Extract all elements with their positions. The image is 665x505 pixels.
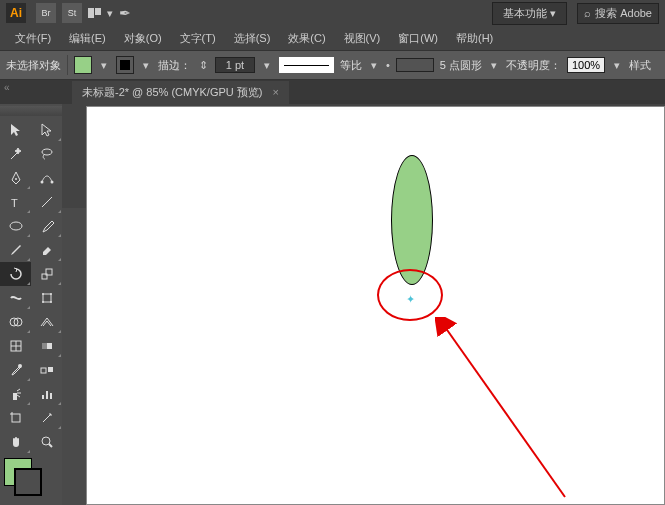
bullet-icon: • bbox=[386, 59, 390, 71]
svg-rect-23 bbox=[48, 367, 53, 372]
stroke-profile-preview[interactable] bbox=[279, 57, 334, 73]
stroke-color-icon[interactable] bbox=[14, 468, 42, 496]
menu-type[interactable]: 文字(T) bbox=[171, 28, 225, 49]
width-tool[interactable] bbox=[0, 286, 31, 310]
svg-point-0 bbox=[42, 149, 52, 155]
menu-file[interactable]: 文件(F) bbox=[6, 28, 60, 49]
scale-tool[interactable] bbox=[31, 262, 62, 286]
curvature-tool[interactable] bbox=[31, 166, 62, 190]
line-tool[interactable] bbox=[31, 190, 62, 214]
svg-line-33 bbox=[445, 327, 565, 497]
color-picker[interactable] bbox=[0, 454, 62, 498]
menu-select[interactable]: 选择(S) bbox=[225, 28, 280, 49]
close-tab-icon[interactable]: × bbox=[272, 86, 278, 98]
svg-rect-24 bbox=[13, 393, 17, 400]
stroke-weight-dropdown-icon[interactable]: ▾ bbox=[261, 57, 273, 73]
workspace-label: 基本功能 bbox=[503, 7, 547, 19]
menu-window[interactable]: 窗口(W) bbox=[389, 28, 447, 49]
uniform-label: 等比 bbox=[340, 58, 362, 73]
svg-rect-9 bbox=[43, 294, 51, 302]
direct-selection-tool[interactable] bbox=[31, 118, 62, 142]
svg-point-11 bbox=[50, 293, 52, 295]
stroke-label: 描边： bbox=[158, 58, 191, 73]
svg-rect-28 bbox=[12, 414, 20, 422]
toolbox: T bbox=[0, 104, 62, 505]
free-transform-tool[interactable] bbox=[31, 286, 62, 310]
mesh-tool[interactable] bbox=[0, 334, 31, 358]
bridge-icon[interactable]: Br bbox=[36, 3, 56, 23]
arrange-dropdown-icon[interactable]: ▾ bbox=[107, 7, 113, 20]
symbol-sprayer-tool[interactable] bbox=[0, 382, 31, 406]
slice-tool[interactable] bbox=[31, 406, 62, 430]
fill-dropdown-icon[interactable]: ▾ bbox=[98, 57, 110, 73]
zoom-tool[interactable] bbox=[31, 430, 62, 454]
annotation-arrow-icon bbox=[435, 317, 575, 505]
rotate-tool[interactable] bbox=[0, 262, 31, 286]
svg-text:T: T bbox=[11, 197, 18, 209]
selection-tool[interactable] bbox=[0, 118, 31, 142]
fill-swatch[interactable] bbox=[74, 56, 92, 74]
svg-point-31 bbox=[42, 437, 50, 445]
selection-status: 未选择对象 bbox=[6, 58, 61, 73]
menu-bar: 文件(F) 编辑(E) 对象(O) 文字(T) 选择(S) 效果(C) 视图(V… bbox=[0, 26, 665, 50]
svg-point-1 bbox=[15, 178, 17, 180]
svg-point-21 bbox=[18, 364, 22, 368]
blend-tool[interactable] bbox=[31, 358, 62, 382]
arrange-docs-icon[interactable] bbox=[88, 8, 101, 18]
gpu-icon[interactable]: ✒ bbox=[119, 5, 131, 21]
search-placeholder: 搜索 Adobe bbox=[595, 6, 652, 21]
svg-point-6 bbox=[10, 222, 22, 230]
stroke-stepper-icon[interactable]: ⇕ bbox=[197, 57, 209, 73]
ruler-area bbox=[62, 208, 86, 505]
menu-object[interactable]: 对象(O) bbox=[115, 28, 171, 49]
menu-effect[interactable]: 效果(C) bbox=[279, 28, 334, 49]
stroke-dropdown-icon[interactable]: ▾ bbox=[140, 57, 152, 73]
opacity-dropdown-icon[interactable]: ▾ bbox=[611, 57, 623, 73]
svg-point-2 bbox=[40, 181, 43, 184]
eraser-tool[interactable] bbox=[31, 238, 62, 262]
search-box[interactable]: ⌕ 搜索 Adobe bbox=[577, 3, 659, 24]
canvas[interactable]: ✦ bbox=[86, 106, 665, 505]
stock-icon[interactable]: St bbox=[62, 3, 82, 23]
menu-edit[interactable]: 编辑(E) bbox=[60, 28, 115, 49]
artboard-tool[interactable] bbox=[0, 406, 31, 430]
menu-view[interactable]: 视图(V) bbox=[335, 28, 390, 49]
menu-help[interactable]: 帮助(H) bbox=[447, 28, 502, 49]
opacity-input[interactable] bbox=[567, 57, 605, 73]
workspace-selector[interactable]: 基本功能 ▾ bbox=[492, 2, 567, 25]
brush-preview[interactable] bbox=[396, 58, 434, 72]
svg-rect-26 bbox=[46, 391, 48, 399]
ellipse-tool[interactable] bbox=[0, 214, 31, 238]
lasso-tool[interactable] bbox=[31, 142, 62, 166]
toolbox-header[interactable] bbox=[0, 106, 62, 116]
style-label[interactable]: 样式 bbox=[629, 58, 651, 73]
shape-builder-tool[interactable] bbox=[0, 310, 31, 334]
control-bar: 未选择对象 ▾ ▾ 描边： ⇕ ▾ 等比 ▾ • 5 点圆形 ▾ 不透明度： ▾… bbox=[0, 50, 665, 80]
artwork-ellipse[interactable] bbox=[391, 155, 433, 285]
magic-wand-tool[interactable] bbox=[0, 142, 31, 166]
type-tool[interactable]: T bbox=[0, 190, 31, 214]
svg-rect-22 bbox=[41, 368, 46, 373]
brush-dropdown-icon[interactable]: ▾ bbox=[488, 57, 500, 73]
profile-dropdown-icon[interactable]: ▾ bbox=[368, 57, 380, 73]
document-tab[interactable]: 未标题-2* @ 85% (CMYK/GPU 预览) × bbox=[72, 81, 289, 104]
column-graph-tool[interactable] bbox=[31, 382, 62, 406]
gradient-tool[interactable] bbox=[31, 334, 62, 358]
chevron-down-icon: ▾ bbox=[550, 7, 556, 19]
paintbrush-tool[interactable] bbox=[31, 214, 62, 238]
stroke-weight-input[interactable] bbox=[215, 57, 255, 73]
svg-rect-27 bbox=[50, 393, 52, 399]
rotate-center-icon[interactable]: ✦ bbox=[406, 293, 415, 306]
eyedropper-tool[interactable] bbox=[0, 358, 31, 382]
svg-line-5 bbox=[42, 197, 52, 207]
pen-tool[interactable] bbox=[0, 166, 31, 190]
hand-tool[interactable] bbox=[0, 430, 31, 454]
stroke-swatch[interactable] bbox=[116, 56, 134, 74]
opacity-label: 不透明度： bbox=[506, 58, 561, 73]
document-tab-title: 未标题-2* @ 85% (CMYK/GPU 预览) bbox=[82, 85, 262, 100]
svg-point-13 bbox=[50, 301, 52, 303]
panel-collapse-icon[interactable]: « bbox=[4, 82, 10, 93]
pencil-tool[interactable] bbox=[0, 238, 31, 262]
svg-rect-20 bbox=[42, 343, 47, 349]
perspective-grid-tool[interactable] bbox=[31, 310, 62, 334]
